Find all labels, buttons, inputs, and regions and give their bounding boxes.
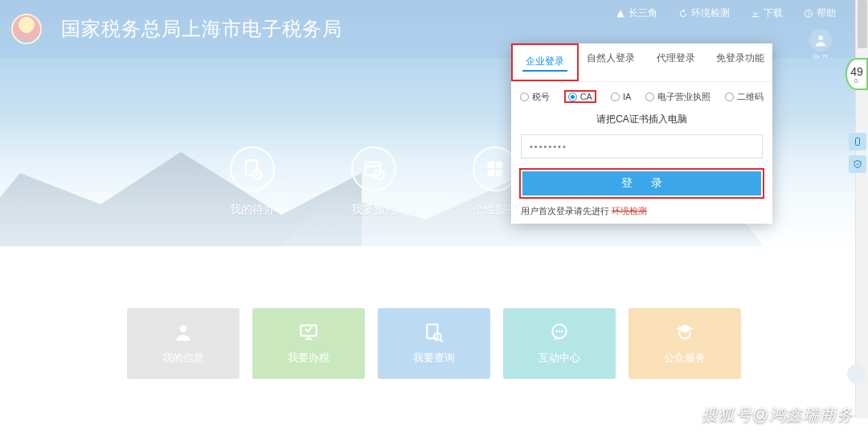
hero-item-appointment[interactable]: 我要预约 [351,146,396,217]
svg-rect-5 [365,163,380,175]
svg-point-17 [559,331,561,333]
tab-natural-person-login[interactable]: 自然人登录 [579,43,643,81]
radio-tax-number[interactable]: 税号 [520,90,550,103]
site-title: 国家税务总局上海市电子税务局 [61,16,342,42]
card-label: 公众服务 [664,351,706,365]
tab-label: 免登录功能 [716,52,764,64]
watermark: 搜狐号@鸿鑫瑞商务 [702,404,854,426]
tab-agent-login[interactable]: 代理登录 [644,43,708,81]
hero-item-label: 我的待办 [230,203,275,217]
cards-row: 我的信息 我要办税 我要查询 互动中心 公众服务 [0,308,868,379]
topnav-label: 帮助 [817,6,836,20]
svg-point-11 [180,325,187,332]
float-shield-button[interactable] [849,155,866,173]
float-badge[interactable]: 49 0. [845,58,868,90]
refresh-icon [678,9,688,19]
svg-rect-13 [427,324,437,338]
clipboard-clock-icon [230,146,275,191]
card-interaction[interactable]: 互动中心 [503,308,616,379]
radio-icon [611,93,620,101]
tab-no-login[interactable]: 免登录功能 [708,43,772,81]
tab-label: 企业登录 [522,53,567,72]
topnav-label: 环境检测 [691,6,730,20]
topnav-label: 下载 [764,6,783,20]
svg-text:?: ? [807,10,810,16]
svg-point-16 [555,331,558,333]
float-circle[interactable] [847,364,866,384]
card-label: 我的信息 [162,351,204,365]
login-tabs: 企业登录 自然人登录 代理登录 免登录功能 [511,43,772,82]
radio-label: 税号 [532,91,550,103]
float-badge-number: 49 [850,65,863,78]
radio-label: 二维码 [737,91,764,103]
radio-icon [520,93,529,101]
password-input[interactable]: •••••••• [521,134,763,158]
triangle-icon [616,9,625,19]
radio-icon [568,93,577,101]
hero-item-label: 我要预约 [351,203,396,217]
radio-label: CA [580,92,592,101]
card-public-service[interactable]: 公众服务 [628,308,741,379]
svg-rect-9 [487,170,493,176]
card-label: 我要查询 [413,351,455,365]
topnav-item-changsanjiao[interactable]: 长三角 [616,6,657,20]
svg-point-18 [561,331,563,333]
avatar-icon [809,29,832,51]
topnav-item-download[interactable]: 下载 [751,6,783,20]
radio-icon [645,93,654,101]
graduate-icon [674,322,695,343]
top-nav: 长三角 环境检测 下载 ? 帮助 [616,6,836,20]
tab-label: 自然人登录 [587,52,635,64]
radio-ia[interactable]: IA [611,90,631,103]
radio-label: IA [623,92,631,101]
radio-qrcode[interactable]: 二维码 [725,90,764,103]
login-panel: 企业登录 自然人登录 代理登录 免登录功能 税号 CA IA 电子营业执照 二维… [511,43,772,224]
svg-rect-8 [496,162,502,168]
calendar-clock-icon [351,146,396,191]
radio-icon [725,93,734,101]
site-logo [11,14,42,44]
topnav-item-help[interactable]: ? 帮助 [804,6,836,20]
chat-icon [549,322,570,343]
radio-label: 电子营业执照 [657,91,710,103]
card-query[interactable]: 我要查询 [378,308,490,379]
password-value: •••••••• [530,142,567,151]
scrollbar-thumb[interactable] [858,0,867,48]
float-phone-button[interactable] [849,133,866,150]
svg-point-2 [818,35,823,40]
radio-ca[interactable]: CA [564,90,596,103]
card-my-info[interactable]: 我的信息 [127,308,240,379]
download-icon [751,9,760,19]
help-icon: ? [804,9,813,19]
float-badge-sub: 0. [854,78,859,84]
login-button[interactable]: 登 录 [522,171,761,195]
hero-item-todo[interactable]: 我的待办 [230,146,275,217]
first-login-prefix: 用户首次登录请先进行 [521,206,609,216]
user-icon [173,322,194,343]
env-check-link[interactable]: 环境检测 [612,206,647,216]
login-button-highlight: 登 录 [519,168,764,199]
card-label: 互动中心 [538,351,580,365]
card-label: 我要办税 [288,351,330,365]
topnav-item-env-check[interactable]: 环境检测 [678,6,730,20]
first-login-hint: 用户首次登录请先进行 环境检测 [511,204,772,220]
tab-label: 代理登录 [657,52,695,64]
svg-rect-19 [856,138,860,146]
svg-rect-7 [487,162,493,168]
ca-insert-hint: 请把CA证书插入电脑 [511,109,772,134]
topnav-label: 长三角 [628,6,657,20]
document-search-icon [424,322,444,343]
radio-e-license[interactable]: 电子营业执照 [645,90,710,103]
login-method-radios: 税号 CA IA 电子营业执照 二维码 [511,82,772,109]
float-buttons [849,133,866,178]
separator [0,254,868,264]
card-do-tax[interactable]: 我要办税 [252,308,365,379]
tab-enterprise-login[interactable]: 企业登录 [511,43,579,81]
monitor-icon [298,322,319,343]
svg-rect-10 [496,170,502,176]
svg-rect-3 [245,161,256,176]
